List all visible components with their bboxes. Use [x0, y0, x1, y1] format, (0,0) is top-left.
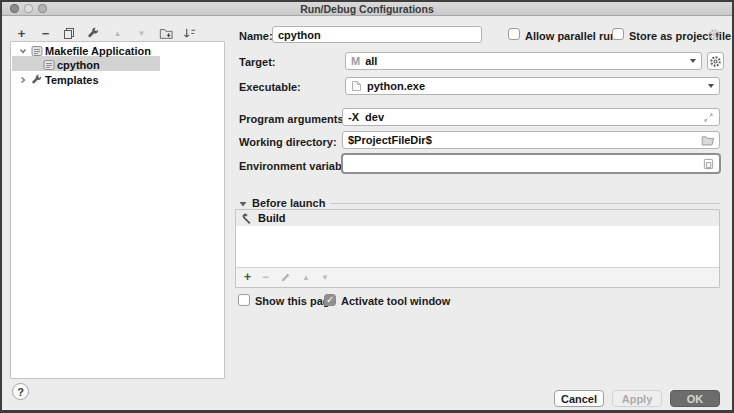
target-settings-gear-button[interactable] [707, 52, 724, 70]
move-task-down-button[interactable]: ▼ [321, 274, 329, 282]
activate-tool-window-label: Activate tool window [341, 295, 450, 308]
close-window-button[interactable] [10, 4, 19, 13]
move-task-up-button[interactable]: ▲ [302, 274, 310, 282]
move-down-button[interactable]: ▼ [134, 26, 149, 41]
browse-folder-icon[interactable] [701, 135, 714, 146]
maximize-window-button[interactable] [38, 4, 47, 13]
allow-parallel-run-label: Allow parallel run [525, 30, 617, 43]
activate-tool-window-checkbox[interactable] [324, 294, 336, 306]
remove-configuration-button[interactable]: − [38, 26, 53, 41]
executable-combobox[interactable]: python.exe [345, 77, 720, 95]
title-bar: Run/Debug Configurations [2, 2, 732, 16]
hammer-icon [241, 212, 253, 224]
minimize-window-button[interactable] [24, 4, 33, 13]
expand-field-icon[interactable] [703, 112, 714, 123]
program-arguments-input[interactable]: -X dev [342, 108, 720, 126]
remove-task-button[interactable]: − [262, 271, 269, 284]
window-title: Run/Debug Configurations [300, 3, 434, 15]
before-launch-list: Build + − ▲ ▼ [235, 209, 720, 288]
before-launch-collapse-icon[interactable] [239, 200, 247, 208]
apply-button[interactable]: Apply [612, 390, 662, 407]
chevron-down-icon [690, 59, 696, 63]
chevron-right-icon[interactable] [17, 76, 29, 84]
env-vars-browse-icon[interactable] [703, 158, 714, 170]
allow-parallel-run-checkbox[interactable] [508, 28, 520, 40]
program-arguments-label: Program arguments: [239, 113, 347, 126]
executable-label: Executable: [239, 81, 301, 94]
target-label: Target: [239, 56, 275, 69]
add-configuration-button[interactable]: + [14, 26, 29, 41]
file-icon [351, 80, 362, 92]
before-launch-toolbar: + − ▲ ▼ [236, 267, 719, 287]
chevron-down-icon [708, 84, 714, 88]
name-label: Name: [239, 30, 273, 43]
edit-task-pencil-icon[interactable] [280, 272, 291, 283]
window-controls [10, 4, 47, 13]
name-input[interactable]: cpython [272, 26, 482, 43]
chevron-down-icon[interactable] [17, 47, 29, 55]
tree-item-label: Makefile Application [45, 45, 151, 57]
sort-configurations-icon[interactable] [182, 26, 197, 41]
makefile-icon [29, 45, 45, 57]
tree-item-makefile-application[interactable]: Makefile Application [17, 43, 151, 58]
tree-item-templates[interactable]: Templates [17, 72, 99, 87]
run-debug-configurations-dialog: Run/Debug Configurations + − ▲ ▼ M [0, 0, 734, 413]
store-options-gear-icon[interactable] [708, 28, 721, 41]
working-directory-input[interactable]: $ProjectFileDir$ [342, 131, 720, 149]
cancel-button[interactable]: Cancel [554, 390, 604, 407]
add-task-button[interactable]: + [244, 271, 251, 284]
edit-defaults-wrench-icon[interactable] [86, 26, 101, 41]
working-directory-label: Working directory: [239, 136, 337, 149]
target-combobox[interactable]: M all [345, 52, 702, 70]
tree-item-label: Templates [45, 74, 99, 86]
tree-item-cpython[interactable]: cpython [41, 57, 100, 72]
wrench-icon [29, 74, 45, 86]
configurations-tree: Makefile Application cpython Templates [10, 41, 225, 379]
help-button[interactable]: ? [12, 383, 29, 400]
new-folder-icon[interactable] [158, 26, 173, 41]
move-up-button[interactable]: ▲ [110, 26, 125, 41]
makefile-icon [41, 59, 57, 71]
tree-item-label: cpython [57, 59, 100, 71]
environment-variables-input[interactable] [342, 154, 720, 173]
store-as-project-file-checkbox[interactable] [612, 28, 624, 40]
show-this-page-checkbox[interactable] [238, 294, 250, 306]
configurations-toolbar: + − ▲ ▼ [14, 26, 197, 41]
before-launch-task-build[interactable]: Build [236, 210, 719, 226]
ok-button[interactable]: OK [670, 390, 720, 407]
task-label: Build [258, 212, 286, 224]
before-launch-separator [330, 203, 720, 204]
make-target-icon: M [351, 55, 360, 67]
copy-configuration-icon[interactable] [62, 26, 77, 41]
